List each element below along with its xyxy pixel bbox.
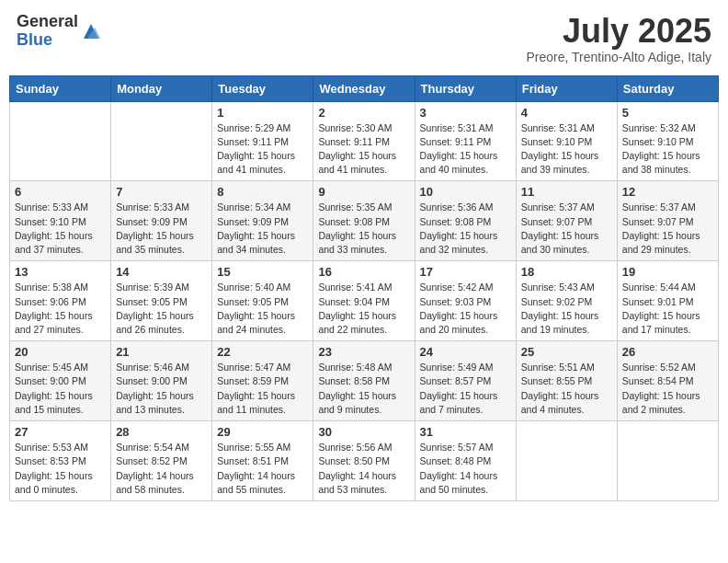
day-number: 10 <box>420 185 511 199</box>
logo-blue: Blue <box>17 31 78 50</box>
title-block: July 2025 Preore, Trentino-Alto Adige, I… <box>526 13 711 64</box>
calendar-week-row: 6Sunrise: 5:33 AM Sunset: 9:10 PM Daylig… <box>10 181 719 261</box>
calendar-cell: 12Sunrise: 5:37 AM Sunset: 9:07 PM Dayli… <box>617 181 718 261</box>
calendar-cell: 7Sunrise: 5:33 AM Sunset: 9:09 PM Daylig… <box>111 181 212 261</box>
calendar-cell: 4Sunrise: 5:31 AM Sunset: 9:10 PM Daylig… <box>516 101 617 181</box>
day-info: Sunrise: 5:52 AM Sunset: 8:54 PM Dayligh… <box>622 361 713 417</box>
day-info: Sunrise: 5:34 AM Sunset: 9:09 PM Dayligh… <box>217 201 308 257</box>
day-number: 21 <box>116 345 207 359</box>
day-info: Sunrise: 5:55 AM Sunset: 8:51 PM Dayligh… <box>217 441 308 497</box>
day-info: Sunrise: 5:40 AM Sunset: 9:05 PM Dayligh… <box>217 281 308 337</box>
day-number: 8 <box>217 185 308 199</box>
day-info: Sunrise: 5:46 AM Sunset: 9:00 PM Dayligh… <box>116 361 207 417</box>
col-header-sunday: Sunday <box>10 75 111 101</box>
day-number: 15 <box>217 265 308 279</box>
calendar-week-row: 27Sunrise: 5:53 AM Sunset: 8:53 PM Dayli… <box>10 421 719 501</box>
day-number: 26 <box>622 345 713 359</box>
calendar-table: SundayMondayTuesdayWednesdayThursdayFrid… <box>9 75 719 501</box>
calendar-cell: 1Sunrise: 5:29 AM Sunset: 9:11 PM Daylig… <box>212 101 313 181</box>
calendar-cell: 9Sunrise: 5:35 AM Sunset: 9:08 PM Daylig… <box>313 181 415 261</box>
day-number: 14 <box>116 265 207 279</box>
day-number: 11 <box>521 185 612 199</box>
day-number: 30 <box>318 425 409 439</box>
calendar-cell: 11Sunrise: 5:37 AM Sunset: 9:07 PM Dayli… <box>516 181 617 261</box>
day-info: Sunrise: 5:31 AM Sunset: 9:11 PM Dayligh… <box>420 121 511 178</box>
calendar-cell <box>10 101 111 181</box>
day-number: 12 <box>622 185 713 199</box>
logo-general: General <box>17 13 78 31</box>
day-info: Sunrise: 5:41 AM Sunset: 9:04 PM Dayligh… <box>318 281 409 337</box>
day-number: 22 <box>217 345 308 359</box>
day-info: Sunrise: 5:33 AM Sunset: 9:09 PM Dayligh… <box>116 201 207 257</box>
day-number: 20 <box>15 345 106 359</box>
calendar-cell: 15Sunrise: 5:40 AM Sunset: 9:05 PM Dayli… <box>212 261 313 341</box>
day-info: Sunrise: 5:32 AM Sunset: 9:10 PM Dayligh… <box>622 121 713 178</box>
col-header-saturday: Saturday <box>617 75 718 101</box>
calendar-cell: 2Sunrise: 5:30 AM Sunset: 9:11 PM Daylig… <box>313 101 415 181</box>
day-number: 2 <box>318 106 409 120</box>
calendar-cell: 29Sunrise: 5:55 AM Sunset: 8:51 PM Dayli… <box>212 421 313 501</box>
calendar-cell: 20Sunrise: 5:45 AM Sunset: 9:00 PM Dayli… <box>10 341 111 421</box>
day-info: Sunrise: 5:44 AM Sunset: 9:01 PM Dayligh… <box>622 281 713 337</box>
subtitle: Preore, Trentino-Alto Adige, Italy <box>526 50 711 64</box>
month-title: July 2025 <box>526 13 711 50</box>
calendar-cell: 16Sunrise: 5:41 AM Sunset: 9:04 PM Dayli… <box>313 261 415 341</box>
calendar-cell: 27Sunrise: 5:53 AM Sunset: 8:53 PM Dayli… <box>10 421 111 501</box>
day-number: 3 <box>420 106 511 120</box>
calendar-cell: 13Sunrise: 5:38 AM Sunset: 9:06 PM Dayli… <box>10 261 111 341</box>
calendar-header-row: SundayMondayTuesdayWednesdayThursdayFrid… <box>10 75 719 101</box>
calendar-cell <box>617 421 718 501</box>
day-info: Sunrise: 5:54 AM Sunset: 8:52 PM Dayligh… <box>116 441 207 497</box>
calendar-cell: 18Sunrise: 5:43 AM Sunset: 9:02 PM Dayli… <box>516 261 617 341</box>
day-info: Sunrise: 5:53 AM Sunset: 8:53 PM Dayligh… <box>15 441 106 497</box>
col-header-friday: Friday <box>516 75 617 101</box>
day-number: 1 <box>217 106 308 120</box>
day-number: 16 <box>318 265 409 279</box>
day-info: Sunrise: 5:49 AM Sunset: 8:57 PM Dayligh… <box>420 361 511 417</box>
day-info: Sunrise: 5:37 AM Sunset: 9:07 PM Dayligh… <box>622 201 713 257</box>
calendar-cell: 17Sunrise: 5:42 AM Sunset: 9:03 PM Dayli… <box>415 261 516 341</box>
day-number: 6 <box>15 185 106 199</box>
day-number: 25 <box>521 345 612 359</box>
day-info: Sunrise: 5:45 AM Sunset: 9:00 PM Dayligh… <box>15 361 106 417</box>
calendar-cell: 31Sunrise: 5:57 AM Sunset: 8:48 PM Dayli… <box>415 421 516 501</box>
day-info: Sunrise: 5:30 AM Sunset: 9:11 PM Dayligh… <box>318 121 409 178</box>
calendar-cell: 26Sunrise: 5:52 AM Sunset: 8:54 PM Dayli… <box>617 341 718 421</box>
day-number: 5 <box>622 106 713 120</box>
day-info: Sunrise: 5:37 AM Sunset: 9:07 PM Dayligh… <box>521 201 612 257</box>
day-number: 31 <box>420 425 511 439</box>
col-header-wednesday: Wednesday <box>313 75 415 101</box>
calendar-cell: 25Sunrise: 5:51 AM Sunset: 8:55 PM Dayli… <box>516 341 617 421</box>
day-number: 7 <box>116 185 207 199</box>
day-info: Sunrise: 5:42 AM Sunset: 9:03 PM Dayligh… <box>420 281 511 337</box>
calendar-cell: 6Sunrise: 5:33 AM Sunset: 9:10 PM Daylig… <box>10 181 111 261</box>
day-number: 27 <box>15 425 106 439</box>
calendar-cell: 5Sunrise: 5:32 AM Sunset: 9:10 PM Daylig… <box>617 101 718 181</box>
calendar-cell: 21Sunrise: 5:46 AM Sunset: 9:00 PM Dayli… <box>111 341 212 421</box>
day-info: Sunrise: 5:39 AM Sunset: 9:05 PM Dayligh… <box>116 281 207 337</box>
day-number: 24 <box>420 345 511 359</box>
calendar-cell <box>516 421 617 501</box>
day-number: 28 <box>116 425 207 439</box>
calendar-cell: 23Sunrise: 5:48 AM Sunset: 8:58 PM Dayli… <box>313 341 415 421</box>
calendar-cell: 8Sunrise: 5:34 AM Sunset: 9:09 PM Daylig… <box>212 181 313 261</box>
day-number: 18 <box>521 265 612 279</box>
day-number: 4 <box>521 106 612 120</box>
day-info: Sunrise: 5:57 AM Sunset: 8:48 PM Dayligh… <box>420 441 511 497</box>
calendar-cell: 24Sunrise: 5:49 AM Sunset: 8:57 PM Dayli… <box>415 341 516 421</box>
logo: General Blue <box>17 13 102 50</box>
calendar-cell: 28Sunrise: 5:54 AM Sunset: 8:52 PM Dayli… <box>111 421 212 501</box>
logo-icon <box>80 20 102 42</box>
calendar-cell <box>111 101 212 181</box>
page-header: General Blue July 2025 Preore, Trentino-… <box>9 9 719 68</box>
day-number: 19 <box>622 265 713 279</box>
day-number: 9 <box>318 185 409 199</box>
calendar-week-row: 20Sunrise: 5:45 AM Sunset: 9:00 PM Dayli… <box>10 341 719 421</box>
calendar-cell: 22Sunrise: 5:47 AM Sunset: 8:59 PM Dayli… <box>212 341 313 421</box>
day-info: Sunrise: 5:56 AM Sunset: 8:50 PM Dayligh… <box>318 441 409 497</box>
col-header-thursday: Thursday <box>415 75 516 101</box>
col-header-tuesday: Tuesday <box>212 75 313 101</box>
calendar-cell: 19Sunrise: 5:44 AM Sunset: 9:01 PM Dayli… <box>617 261 718 341</box>
col-header-monday: Monday <box>111 75 212 101</box>
day-info: Sunrise: 5:47 AM Sunset: 8:59 PM Dayligh… <box>217 361 308 417</box>
